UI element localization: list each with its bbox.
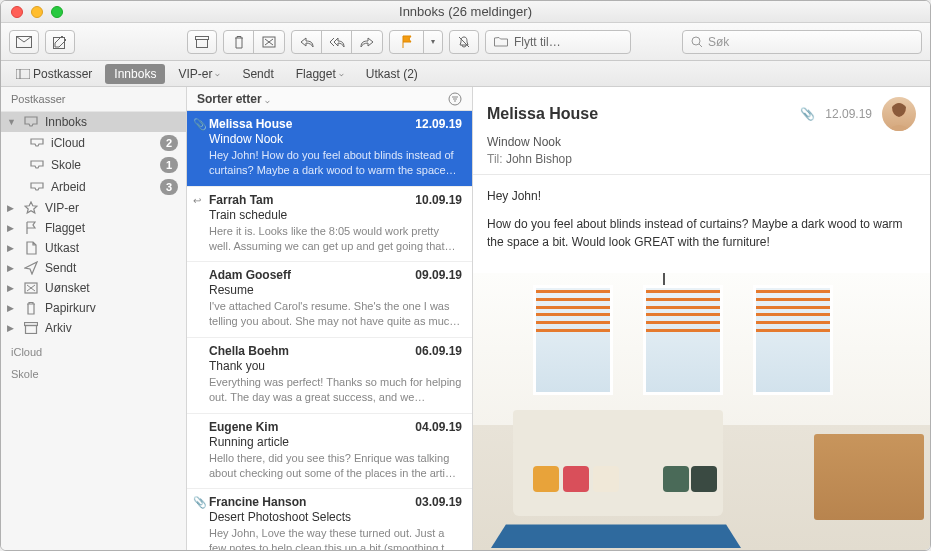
flag-menu-button[interactable]: ▾ [424,31,442,53]
message-from: Chella Boehm [209,344,289,358]
attachment-icon: 📎 [193,118,207,131]
attachment-icon: 📎 [800,107,815,121]
message-date: 10.09.19 [415,193,462,207]
sidebar-item-label: Papirkurv [45,301,178,315]
preview-sender: Melissa House [487,105,790,123]
message-from: Adam Gooseff [209,268,291,282]
unread-badge: 1 [160,157,178,173]
mute-button[interactable] [449,30,479,54]
filter-icon[interactable] [448,92,462,106]
delete-button[interactable] [224,31,254,53]
svg-rect-3 [197,39,208,47]
compose-button[interactable] [45,30,75,54]
fav-flagged-label: Flagget [296,67,336,81]
fav-drafts-label: Utkast (2) [366,67,418,81]
fav-flagged[interactable]: Flagget ⌵ [287,64,353,84]
sidebar-account-icloud[interactable]: iCloud [1,338,186,360]
sidebar-item-uønsket[interactable]: ▶Uønsket [1,278,186,298]
search-icon [691,36,703,48]
svg-rect-10 [26,326,37,334]
message-subject: Train schedule [209,208,462,222]
disclosure-triangle[interactable]: ▶ [7,223,17,233]
sidebar-item-label: iCloud [51,136,154,150]
sidebar-item-flagget[interactable]: ▶Flagget [1,218,186,238]
fav-drafts[interactable]: Utkast (2) [357,64,427,84]
to-label: Til: [487,152,503,166]
attachment-icon: 📎 [193,496,207,509]
message-item[interactable]: Adam Gooseff09.09.19ResumeI've attached … [187,262,472,338]
message-item[interactable]: Chella Boehm06.09.19Thank youEverything … [187,338,472,414]
sidebar-item-vip-er[interactable]: ▶VIP-er [1,198,186,218]
chevron-down-icon: ⌵ [339,69,344,78]
to-name: John Bishop [506,152,572,166]
mail-window: Innboks (26 meldinger) ▾ Flytt til… Søk [0,0,931,551]
body-para-1: Hey John! [487,187,916,205]
search-field[interactable]: Søk [682,30,922,54]
message-subject: Desert Photoshoot Selects [209,510,462,524]
flag-button[interactable] [390,31,424,53]
sort-row[interactable]: Sorter etter ⌵ [187,87,472,111]
disclosure-triangle[interactable]: ▶ [7,303,17,313]
sidebar-item-label: Innboks [45,115,178,129]
inbox-icon [23,116,39,128]
fav-mailboxes[interactable]: Postkasser [7,64,101,84]
message-subject: Window Nook [209,132,462,146]
reply-button[interactable] [292,31,322,53]
envelope-icon [16,36,32,48]
message-preview: Here it is. Looks like the 8:05 would wo… [209,224,462,254]
forward-button[interactable] [352,31,382,53]
flag-icon [401,35,413,49]
plane-icon [23,261,39,275]
sidebar-item-utkast[interactable]: ▶Utkast [1,238,186,258]
message-item[interactable]: ↩Farrah Tam10.09.19Train scheduleHere it… [187,187,472,263]
sidebar-item-icloud[interactable]: iCloud2 [1,132,186,154]
sidebar-item-papirkurv[interactable]: ▶Papirkurv [1,298,186,318]
preview-pane: Melissa House 📎 12.09.19 Window Nook Til… [473,87,930,550]
disclosure-triangle[interactable]: ▶ [7,283,17,293]
reply-all-button[interactable] [322,31,352,53]
unread-badge: 3 [160,179,178,195]
sidebar-item-arbeid[interactable]: Arbeid3 [1,176,186,198]
message-item[interactable]: 📎Francine Hanson03.09.19Desert Photoshoo… [187,489,472,550]
message-subject: Thank you [209,359,462,373]
message-date: 03.09.19 [415,495,462,509]
svg-point-5 [692,37,700,45]
disclosure-triangle[interactable]: ▶ [7,263,17,273]
get-mail-button[interactable] [9,30,39,54]
junk-button[interactable] [254,31,284,53]
sidebar-header: Postkasser [1,87,186,112]
reply-group [291,30,383,54]
sidebar-item-skole[interactable]: Skole1 [1,154,186,176]
flag-icon [23,221,39,235]
disclosure-triangle[interactable]: ▶ [7,203,17,213]
favorites-bar: Postkasser Innboks VIP-er ⌵ Sendt Flagge… [1,61,930,87]
disclosure-triangle[interactable]: ▶ [7,323,17,333]
sidebar-item-label: Arbeid [51,180,154,194]
preview-date: 12.09.19 [825,107,872,121]
fav-sent-label: Sendt [242,67,273,81]
archive-button[interactable] [187,30,217,54]
flag-group: ▾ [389,30,443,54]
sidebar-item-arkiv[interactable]: ▶Arkiv [1,318,186,338]
message-item[interactable]: 📎Melissa House12.09.19Window NookHey Joh… [187,111,472,187]
move-to-dropdown[interactable]: Flytt til… [485,30,631,54]
message-date: 06.09.19 [415,344,462,358]
sender-avatar[interactable] [882,97,916,131]
sidebar-item-innboks[interactable]: ▼Innboks [1,112,186,132]
message-preview: Hey John! How do you feel about blinds i… [209,148,462,178]
sidebar-item-sendt[interactable]: ▶Sendt [1,258,186,278]
fav-sent[interactable]: Sendt [233,64,282,84]
message-date: 04.09.19 [415,420,462,434]
fav-inbox[interactable]: Innboks [105,64,165,84]
disclosure-triangle[interactable]: ▶ [7,243,17,253]
disclosure-triangle[interactable]: ▼ [7,117,17,127]
avatar-icon [882,97,916,131]
preview-to: Til: John Bishop [487,152,916,166]
sort-label: Sorter etter [197,92,262,106]
attachment-image[interactable] [473,273,930,550]
message-date: 12.09.19 [415,117,462,131]
sidebar-list: ▼InnboksiCloud2Skole1Arbeid3▶VIP-er▶Flag… [1,112,186,550]
message-item[interactable]: Eugene Kim04.09.19Running articleHello t… [187,414,472,490]
fav-vip[interactable]: VIP-er ⌵ [169,64,229,84]
sidebar-account-skole[interactable]: Skole [1,360,186,382]
